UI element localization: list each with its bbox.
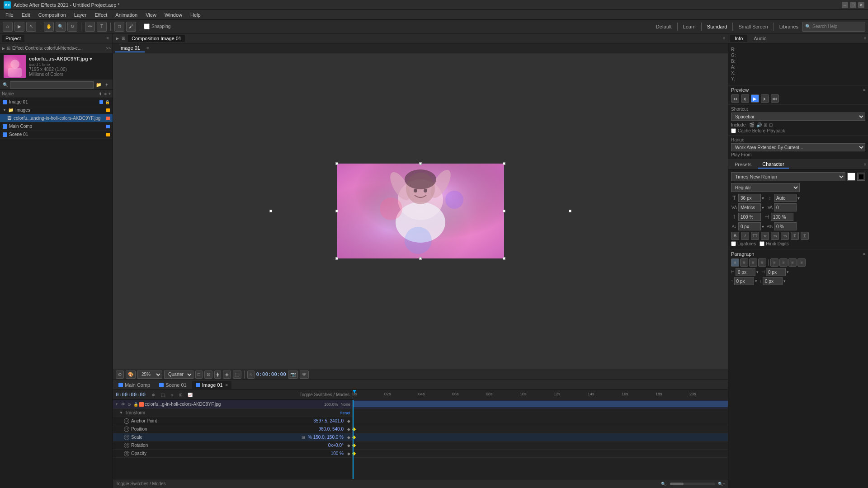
- cache-checkbox[interactable]: [731, 128, 736, 133]
- baseline-input[interactable]: [738, 222, 761, 230]
- menu-view[interactable]: View: [142, 11, 160, 19]
- timeline-zoom-out[interactable]: 🔍-: [661, 482, 667, 486]
- minimize-button[interactable]: ─: [842, 2, 848, 8]
- workspace-small-screen[interactable]: Small Screen: [736, 24, 769, 29]
- project-new-folder[interactable]: 📁: [95, 82, 102, 88]
- composition-view[interactable]: [113, 53, 728, 369]
- handle-tl[interactable]: [335, 162, 338, 165]
- right-panel-menu[interactable]: ≡: [864, 36, 866, 41]
- opacity-value[interactable]: 100 %: [331, 451, 344, 456]
- transform-expand[interactable]: ▼: [119, 411, 123, 415]
- zoom-select[interactable]: 25% 50% 100%: [137, 371, 162, 379]
- maximize-button[interactable]: □: [850, 2, 856, 8]
- menu-help[interactable]: Help: [187, 11, 204, 19]
- char-panel-menu[interactable]: ≡: [864, 162, 866, 167]
- show-snapshot[interactable]: 👁: [300, 371, 309, 379]
- select-tool[interactable]: ↖: [26, 22, 36, 32]
- timeline-tab-maincomp[interactable]: Main Comp: [115, 381, 154, 389]
- align-center-last-btn[interactable]: ≡: [779, 258, 788, 267]
- font-color-swatch[interactable]: [847, 173, 855, 181]
- align-right-btn[interactable]: ≡: [749, 258, 757, 267]
- layer-lock[interactable]: 🔒: [133, 402, 138, 407]
- anchor-value[interactable]: 3597.5, 2401.0: [313, 418, 344, 423]
- menu-composition[interactable]: Composition: [35, 11, 70, 19]
- baseline-dropdown[interactable]: ▾: [762, 224, 764, 229]
- zoom-tool[interactable]: 🔍: [56, 22, 66, 32]
- timeline-timecode[interactable]: 0:00:00:00: [116, 392, 146, 398]
- view-icon[interactable]: ≡: [104, 92, 106, 96]
- leading-dropdown[interactable]: ▾: [797, 196, 800, 201]
- align-left-btn[interactable]: ≡: [731, 258, 739, 267]
- panel-menu-button[interactable]: ≡: [104, 35, 111, 42]
- brush-tool[interactable]: 🖌: [126, 22, 136, 32]
- presets-tab[interactable]: Presets: [730, 161, 756, 168]
- underline-btn[interactable]: T: [801, 232, 809, 240]
- timeline-zoom-in[interactable]: 🔍+: [718, 482, 725, 486]
- preview-menu[interactable]: ≡: [863, 88, 865, 92]
- handle-br[interactable]: [503, 257, 505, 260]
- draft-3d[interactable]: ⬚: [233, 371, 241, 379]
- audio-tab[interactable]: Audio: [749, 35, 771, 42]
- search-button[interactable]: 🔍 Search Help: [802, 22, 865, 32]
- channel-view[interactable]: 🎨: [126, 371, 136, 379]
- scale-keyframe[interactable]: ◆: [347, 435, 350, 440]
- parent-pick[interactable]: ⊕: [150, 391, 157, 399]
- play-button[interactable]: ▶: [14, 22, 24, 32]
- file-item-colorfu[interactable]: 🖼 colorfu...ancing-in-holi-colors-AKDC9Y…: [0, 114, 113, 122]
- position-value[interactable]: 960.0, 540.0: [318, 427, 344, 432]
- 3d-view[interactable]: ◈: [223, 371, 231, 379]
- indent-right-input[interactable]: [766, 268, 786, 276]
- timeline-tab-image01[interactable]: Image 01 ≡: [192, 381, 231, 389]
- workspace-libraries[interactable]: Libraries: [778, 24, 800, 29]
- menu-effect[interactable]: Effect: [91, 11, 111, 19]
- menu-file[interactable]: File: [2, 11, 17, 19]
- align-justify-btn[interactable]: ≡: [758, 258, 766, 267]
- handle-left[interactable]: [269, 210, 272, 212]
- para-menu[interactable]: ≡: [863, 252, 865, 256]
- comp-subtab-image01[interactable]: Image 01: [115, 44, 145, 52]
- kerning-dropdown[interactable]: ▾: [762, 205, 764, 210]
- home-button[interactable]: ⌂: [3, 22, 13, 32]
- include-audio-icon[interactable]: 🔊: [756, 122, 762, 127]
- font-size-input[interactable]: [738, 194, 761, 202]
- indent-left-input[interactable]: [736, 268, 755, 276]
- tsume-input[interactable]: [774, 222, 797, 230]
- menu-layer[interactable]: Layer: [71, 11, 90, 19]
- region-interest[interactable]: ⊡: [204, 371, 212, 379]
- reset-exposure[interactable]: ⊙: [116, 371, 124, 379]
- position-keyframe[interactable]: ◆: [347, 427, 350, 432]
- anchor-stopwatch[interactable]: ⊙: [124, 418, 129, 424]
- snapping-checkbox[interactable]: [144, 23, 150, 29]
- indent-right-dropdown[interactable]: ▾: [787, 270, 789, 274]
- snapshot-btn[interactable]: 📷: [288, 371, 298, 379]
- close-button[interactable]: ✕: [858, 2, 864, 8]
- layer-row-main[interactable]: ▼ 👁 ⊙ 🔒 colorfu...g-in-holi-colors-AKDC9…: [113, 400, 352, 409]
- workspace-standard[interactable]: Standard: [705, 24, 729, 29]
- bold-btn[interactable]: B: [731, 232, 739, 240]
- timeline-tracks[interactable]: [353, 400, 728, 479]
- transparency-grid[interactable]: ⧫: [214, 371, 221, 379]
- layer-expand-main[interactable]: ▼: [115, 402, 119, 406]
- rotation-keyframe[interactable]: ◆: [347, 443, 350, 448]
- kerning-input[interactable]: [738, 203, 761, 211]
- rotation-stopwatch[interactable]: ⊙: [124, 443, 129, 448]
- font-style-select[interactable]: Regular: [731, 183, 800, 192]
- motion-blur-tl[interactable]: ≈: [168, 391, 175, 399]
- font-stroke-swatch[interactable]: [857, 173, 865, 181]
- ligatures-checkbox[interactable]: [731, 241, 736, 246]
- file-item-image01[interactable]: Image 01 🔒: [0, 98, 113, 106]
- text-tool[interactable]: T: [97, 22, 107, 32]
- comp-tab-image01[interactable]: Composition Image 01: [128, 35, 185, 42]
- shape-tool[interactable]: □: [114, 22, 124, 32]
- file-item-images[interactable]: ▼ 📁 Images: [0, 106, 113, 114]
- opacity-keyframe[interactable]: ◆: [347, 451, 350, 456]
- prev-prev-frame[interactable]: ⏴: [741, 94, 749, 103]
- vert-scale-input[interactable]: [738, 213, 761, 221]
- anchor-keyframe[interactable]: ◆: [347, 419, 350, 423]
- timeline-ruler[interactable]: 0s 02s 04s 06s 08s 10s 12s 14s 16s 18s 2…: [353, 390, 728, 400]
- sublayer-scale[interactable]: ⊙ Scale ⊞ % 150.0, 150.0 % ◆: [113, 433, 352, 441]
- switches-modes[interactable]: Toggle Switches / Modes: [116, 481, 166, 486]
- scale-stopwatch[interactable]: ⊙: [124, 435, 129, 440]
- smallcap-btn[interactable]: Tr: [761, 232, 769, 240]
- menu-edit[interactable]: Edit: [18, 11, 34, 19]
